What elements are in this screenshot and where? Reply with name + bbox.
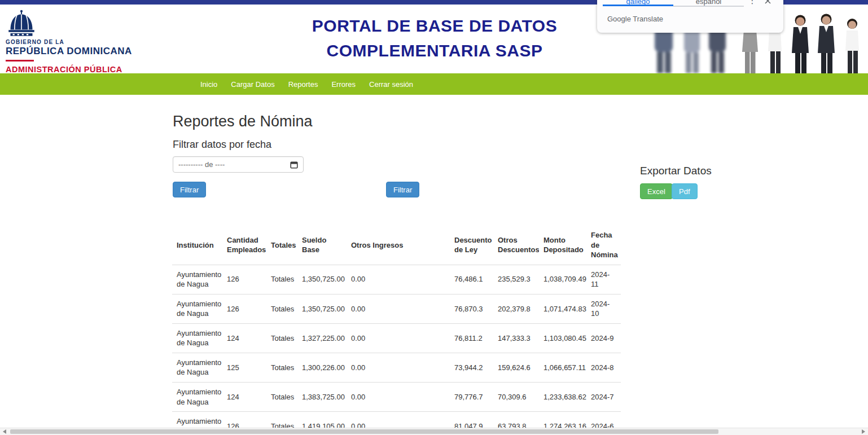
col-monto-depositado: Monto Depositado [539,226,586,265]
cell-institucion: Ayuntamiento de Nagua [172,353,222,382]
cell-cantidad-empleados: 124 [222,323,266,353]
cell-fecha-de-nomina: 2024-7 [586,383,621,412]
cell-cantidad-empleados: 125 [222,353,266,382]
portal-title: PORTAL DE BASE DE DATOS COMPLEMENTARIA S… [277,14,593,63]
cell-institucion: Ayuntamiento de Nagua [172,323,222,353]
col-totales: Totales [266,226,297,265]
cell-sueldo-base: 1,327,225.00 [297,323,347,353]
month-input-placeholder: ---------- de ---- [178,160,290,169]
table-row: Ayuntamiento de Nagua 125 Totales 1,300,… [172,353,621,382]
nav-item-inicio[interactable]: Inicio [200,80,217,89]
filtrar-button-center[interactable]: Filtrar [386,182,419,197]
cell-totales: Totales [266,265,297,294]
cell-descuento-de-ley: 76,486.1 [450,265,493,294]
nav-item-cerrar-sesion[interactable]: Cerrar sesión [369,80,413,89]
cell-descuento-de-ley: 73,944.2 [450,353,493,382]
export-pdf-button[interactable]: Pdf [672,183,698,199]
logo-text-line3: ADMINISTRACIÓN PÚBLICA [6,65,152,74]
nav-item-reportes[interactable]: Reportes [288,80,318,89]
cell-otros-descuentos: 202,379.8 [493,294,539,323]
horizontal-scrollbar [0,428,868,435]
translate-tabs: gallego español ⋮ [597,0,783,8]
payroll-table-body: Ayuntamiento de Nagua 126 Totales 1,350,… [172,265,621,435]
cell-monto-depositado: 1,071,474.83 [539,294,586,323]
cell-totales: Totales [266,294,297,323]
cell-monto-depositado: 1,233,638.62 [539,383,586,412]
logo-text-line2: REPÚBLICA DOMINICANA [6,46,152,57]
cell-descuento-de-ley: 76,811.2 [450,323,493,353]
export-heading: Exportar Datos [640,165,712,177]
scroll-left-arrow-icon[interactable] [3,429,6,434]
cell-otros-descuentos: 70,309.6 [493,383,539,412]
col-otros-descuentos: Otros Descuentos [493,226,539,265]
cell-institucion: Ayuntamiento de Nagua [172,265,222,294]
filter-heading: Filtrar datos por fecha [173,139,271,151]
cell-totales: Totales [266,353,297,382]
payroll-table: Institución Cantidad Empleados Totales S… [172,226,621,435]
logo-text-line1: GOBIERNO DE LA [6,39,152,45]
page-title: Reportes de Nómina [173,113,313,130]
kebab-menu-icon[interactable]: ⋮ [747,0,757,7]
cell-sueldo-base: 1,300,226.00 [297,353,347,382]
cell-otros-ingresos: 0.00 [347,383,450,412]
cell-otros-ingresos: 0.00 [347,353,450,382]
google-translate-popup: gallego español ⋮ Google Translate [597,0,783,33]
col-institucion: Institución [172,226,222,265]
cell-institucion: Ayuntamiento de Nagua [172,383,222,412]
government-logo: GOBIERNO DE LA REPÚBLICA DOMINICANA ADMI… [6,9,152,74]
cell-totales: Totales [266,323,297,353]
cell-sueldo-base: 1,383,725.00 [297,383,347,412]
cell-descuento-de-ley: 79,776.7 [450,383,493,412]
calendar-icon[interactable] [290,161,298,169]
cell-monto-depositado: 1,038,709.49 [539,265,586,294]
cell-otros-descuentos: 147,333.3 [493,323,539,353]
cell-fecha-de-nomina: 2024-9 [586,323,621,353]
logo-red-rule [6,60,34,61]
scrollbar-thumb[interactable] [10,429,718,434]
portal-title-line1: PORTAL DE BASE DE DATOS [277,14,593,38]
cell-cantidad-empleados: 126 [222,265,266,294]
main-navbar: Inicio Cargar Datos Reportes Errores Cer… [0,73,868,95]
scroll-right-arrow-icon[interactable] [862,429,865,434]
col-otros-ingresos: Otros Ingresos [347,226,450,265]
cell-monto-depositado: 1,103,080.45 [539,323,586,353]
national-palace-dome-icon [7,9,36,37]
nav-item-cargar-datos[interactable]: Cargar Datos [231,80,274,89]
cell-cantidad-empleados: 126 [222,294,266,323]
table-header-row: Institución Cantidad Empleados Totales S… [172,226,621,265]
translate-tab-gallego[interactable]: gallego [603,0,673,6]
cell-institucion: Ayuntamiento de Nagua [172,294,222,323]
table-row: Ayuntamiento de Nagua 124 Totales 1,327,… [172,323,621,353]
cell-otros-ingresos: 0.00 [347,294,450,323]
col-cantidad-empleados: Cantidad Empleados [222,226,266,265]
portal-title-line2: COMPLEMENTARIA SASP [277,38,593,63]
col-sueldo-base: Sueldo Base [297,226,347,265]
cell-otros-ingresos: 0.00 [347,323,450,353]
cell-fecha-de-nomina: 2024-8 [586,353,621,382]
cell-monto-depositado: 1,066,657.11 [539,353,586,382]
table-row: Ayuntamiento de Nagua 126 Totales 1,350,… [172,294,621,323]
close-icon[interactable] [762,0,773,7]
browser-viewport: GOBIERNO DE LA REPÚBLICA DOMINICANA ADMI… [0,0,868,435]
cell-fecha-de-nomina: 2024-10 [586,294,621,323]
cell-cantidad-empleados: 124 [222,383,266,412]
filtrar-button-left[interactable]: Filtrar [173,182,206,197]
col-descuento-de-ley: Descuento de Ley [450,226,493,265]
cell-otros-ingresos: 0.00 [347,265,450,294]
translate-tab-espanol[interactable]: español [673,0,744,7]
nav-item-errores[interactable]: Errores [331,80,356,89]
cell-otros-descuentos: 235,529.3 [493,265,539,294]
cell-sueldo-base: 1,350,725.00 [297,294,347,323]
cell-totales: Totales [266,383,297,412]
month-filter-input[interactable]: ---------- de ---- [173,156,304,173]
translate-popup-label: Google Translate [607,15,663,23]
cell-fecha-de-nomina: 2024-11 [586,265,621,294]
table-row: Ayuntamiento de Nagua 126 Totales 1,350,… [172,265,621,294]
col-fecha-de-nomina: Fecha de Nómina [586,226,621,265]
cell-descuento-de-ley: 76,870.3 [450,294,493,323]
table-row: Ayuntamiento de Nagua 124 Totales 1,383,… [172,383,621,412]
export-excel-button[interactable]: Excel [640,183,673,199]
cell-otros-descuentos: 159,624.6 [493,353,539,382]
cell-sueldo-base: 1,350,725.00 [297,265,347,294]
